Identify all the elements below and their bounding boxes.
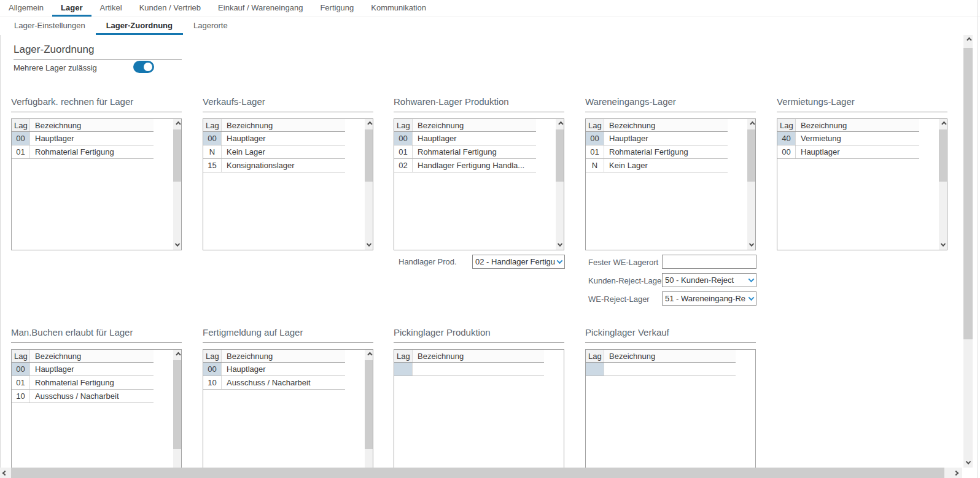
scroll-down-icon[interactable] [939,240,947,250]
list-vertical-scrollbar[interactable] [747,119,755,250]
list-item[interactable]: NKein Lager [203,145,345,159]
column-header-lag: Lag [394,119,413,131]
list-item[interactable]: 15Konsignationslager [203,159,345,172]
tab-allgemein[interactable]: Allgemein [0,0,52,17]
list-item[interactable]: 10Ausschuss / Nacharbeit [12,390,154,403]
toggle-knob-icon [144,63,152,71]
scroll-up-icon[interactable] [556,119,564,129]
list-vertical-scrollbar[interactable] [556,119,564,250]
list-item[interactable]: 10Ausschuss / Nacharbeit [203,376,345,390]
list-item[interactable]: 00Hauptlager [394,132,536,145]
vertical-scrollbar-thumb[interactable] [963,48,973,339]
scrollbar-thumb[interactable] [365,129,373,182]
tab-lager[interactable]: Lager [52,0,91,17]
list-vertical-scrollbar[interactable] [365,119,373,250]
cell-bezeichnung: Hauptlager [30,132,154,145]
cell-lag: 15 [203,159,222,172]
scrollbar-thumb[interactable] [556,129,564,182]
scroll-up-icon[interactable] [365,119,373,129]
scroll-left-icon[interactable] [0,468,10,478]
subtab-lager-zuordnung[interactable]: Lager-Zuordnung [96,18,183,35]
list-item[interactable]: 00Hauptlager [586,132,728,145]
scrollbar-thumb[interactable] [173,129,181,182]
we-reject-lager-dropdown[interactable]: 51 - Wareneingang-Re [662,291,756,306]
scroll-up-icon[interactable] [963,35,973,45]
scroll-up-icon[interactable] [939,119,947,129]
list-header-row: LagBezeichnung [394,350,544,363]
tab-fertigung[interactable]: Fertigung [311,0,362,17]
panel-rohwaren-lager-produktion: Rohwaren-Lager ProduktionLagBezeichnung0… [394,96,564,250]
chevron-down-icon [749,295,755,301]
list-vertical-scrollbar[interactable] [365,350,373,477]
page-vertical-scrollbar[interactable] [963,35,973,468]
subtab-lagerorte[interactable]: Lagerorte [183,18,238,35]
list-header-row: LagBezeichnung [586,119,728,132]
column-header-bezeichnung: Bezeichnung [222,350,345,362]
scroll-up-icon[interactable] [747,119,755,129]
list-header-row: LagBezeichnung [777,119,919,132]
list-item[interactable]: 01Rohmaterial Fertigung [394,145,536,159]
column-header-bezeichnung: Bezeichnung [604,119,728,131]
kunden-reject-lager-dropdown[interactable]: 50 - Kunden-Reject [662,273,756,287]
scroll-down-icon[interactable] [556,240,564,250]
cell-lag: 00 [394,132,413,145]
list-item[interactable] [394,363,544,376]
list-header-row: LagBezeichnung [203,350,345,363]
tab-einkauf-wareneingang[interactable]: Einkauf / Wareneingang [209,0,311,17]
list-item[interactable]: 02Handlager Fertigung Handla... [394,159,536,172]
lager-list: LagBezeichnung00Hauptlager10Ausschuss / … [203,349,373,478]
scroll-down-icon[interactable] [963,458,973,468]
list-vertical-scrollbar[interactable] [173,350,181,477]
scrollbar-thumb[interactable] [747,129,755,182]
list-item[interactable]: 01Rohmaterial Fertigung [586,145,728,159]
subtab-lager-einstellungen[interactable]: Lager-Einstellungen [4,18,96,35]
mehrere-lager-toggle[interactable] [133,61,154,73]
list-header-row: LagBezeichnung [12,119,154,132]
scrollbar-thumb[interactable] [939,129,947,182]
scrollbar-thumb[interactable] [365,360,373,449]
fester-we-lagerort-input[interactable] [662,255,756,269]
panel-title: Rohwaren-Lager Produktion [394,96,564,112]
list-header-row: LagBezeichnung [203,119,345,132]
handlager-prod-dropdown[interactable]: 02 - Handlager Fertigu [472,255,565,269]
scroll-right-icon[interactable] [951,468,961,478]
cell-lag: 01 [586,145,604,158]
list-item[interactable]: 00Hauptlager [203,363,345,376]
scroll-up-icon[interactable] [173,350,181,360]
list-item[interactable]: 01Rohmaterial Fertigung [12,376,154,390]
we-reject-lager-label: WE-Reject-Lager [588,295,650,304]
list-item[interactable]: NKein Lager [586,159,728,172]
tab-kunden-vertrieb[interactable]: Kunden / Vertrieb [131,0,209,17]
tab-kommunikation[interactable]: Kommunikation [362,0,435,17]
list-item[interactable]: 00Hauptlager [12,363,154,376]
column-header-bezeichnung: Bezeichnung [796,119,919,131]
horizontal-scrollbar-thumb[interactable] [11,468,944,478]
list-item[interactable]: 01Rohmaterial Fertigung [12,145,154,159]
lager-list: LagBezeichnung00HauptlagerNKein Lager15K… [203,118,373,250]
tab-artikel[interactable]: Artikel [91,0,131,17]
column-header-lag: Lag [394,350,413,362]
list-item[interactable]: 40Vermietung [777,132,919,145]
scroll-up-icon[interactable] [365,350,373,360]
scrollbar-thumb[interactable] [173,360,181,449]
panel-title: Man.Buchen erlaubt für Lager [11,327,182,343]
list-item[interactable]: 00Hauptlager [203,132,345,145]
cell-lag: 01 [12,145,30,158]
scroll-down-icon[interactable] [365,240,373,250]
list-item[interactable]: 00Hauptlager [777,145,919,159]
lager-list: LagBezeichnung00Hauptlager01Rohmaterial … [585,118,756,250]
list-item[interactable] [586,363,736,376]
fester-we-lagerort-label: Fester WE-Lagerort [588,258,658,267]
column-header-lag: Lag [12,119,30,131]
scroll-down-icon[interactable] [173,240,181,250]
column-header-lag: Lag [777,119,796,131]
scroll-up-icon[interactable] [173,119,181,129]
list-item[interactable]: 00Hauptlager [12,132,154,145]
column-header-lag: Lag [586,350,604,362]
panel-title: Wareneingangs-Lager [585,96,756,112]
panel-pickinglager-produktion: Pickinglager ProduktionLagBezeichnung [394,327,564,478]
scroll-down-icon[interactable] [747,240,755,250]
list-vertical-scrollbar[interactable] [939,119,947,250]
list-vertical-scrollbar[interactable] [173,119,181,250]
page-horizontal-scrollbar[interactable] [0,468,962,478]
